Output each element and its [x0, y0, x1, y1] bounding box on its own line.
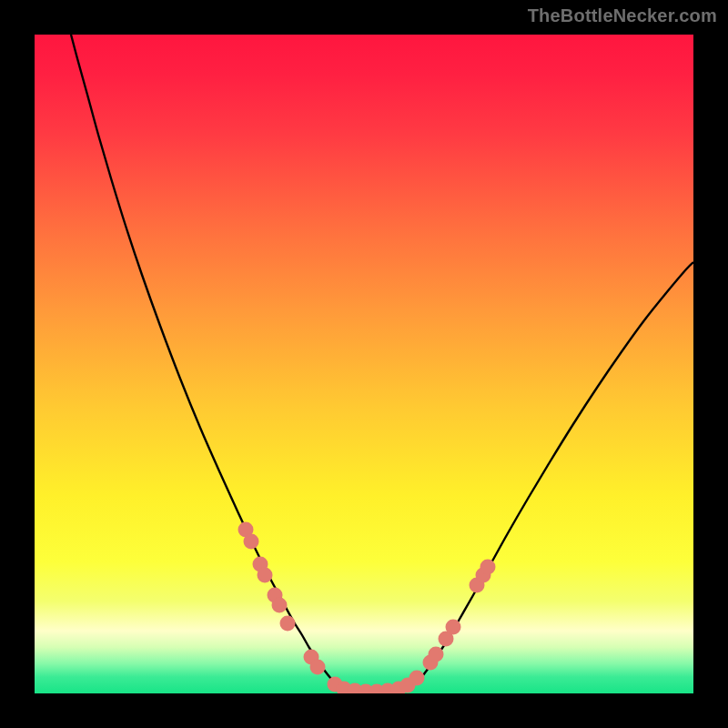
chart-svg [35, 35, 693, 693]
bottleneck-curve [71, 35, 693, 693]
data-marker [410, 671, 425, 686]
data-marker [280, 616, 296, 632]
watermark-text: TheBottleNecker.com [528, 5, 717, 26]
data-marker [310, 660, 326, 675]
data-marker [429, 647, 444, 662]
data-marker [446, 620, 461, 635]
data-marker [244, 534, 259, 550]
data-marker [272, 598, 288, 613]
marker-group [238, 522, 496, 694]
chart-frame: TheBottleNecker.com [0, 0, 728, 728]
plot-area [35, 35, 693, 693]
data-marker [258, 568, 273, 583]
data-marker [480, 560, 496, 575]
